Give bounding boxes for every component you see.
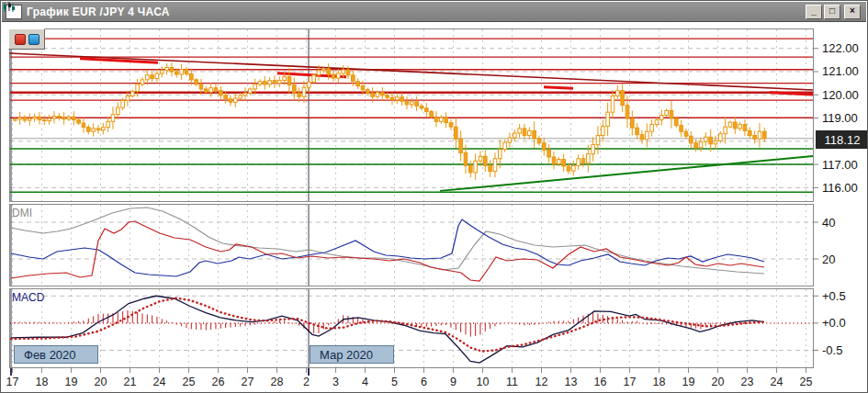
candle-body [621, 91, 625, 106]
candle-body [199, 84, 203, 89]
candle-body [57, 117, 61, 118]
candle-body [537, 139, 541, 143]
month-label-mar: Мар 2020 [310, 345, 394, 364]
time-axis-label: 20 [95, 376, 107, 388]
candle-body [533, 130, 536, 138]
candle-body [376, 93, 379, 97]
maximize-button[interactable]: □ [824, 5, 840, 19]
candle-body [498, 150, 502, 159]
candle-body [62, 118, 66, 119]
time-axis-label: 21 [124, 376, 137, 388]
candle-body [263, 82, 266, 84]
candle-body [283, 77, 287, 81]
price-axis-label: 120.00 [822, 88, 859, 102]
candle-body [155, 73, 159, 79]
candle-body [611, 96, 614, 113]
candle-body [425, 108, 429, 112]
current-price-badge: 118.12 [816, 130, 868, 149]
candle-body [209, 88, 213, 93]
candle-body [121, 101, 125, 108]
candle-body [606, 112, 610, 126]
candle-body [577, 159, 581, 166]
candle-body [175, 72, 178, 74]
candle-body [434, 117, 438, 121]
candle-body [704, 137, 707, 141]
time-axis-label: 19 [65, 376, 78, 388]
candle-body [586, 154, 590, 163]
candle-body [180, 69, 184, 74]
time-axis-label: 18 [36, 376, 49, 388]
candle-body [405, 101, 409, 105]
candle-body [386, 95, 389, 98]
candle-body [229, 99, 232, 103]
minimize-button[interactable]: _ [806, 5, 822, 19]
time-axis-label: 3 [333, 376, 339, 388]
candle-body [489, 165, 492, 171]
candle-body [474, 161, 478, 173]
candle-body [390, 97, 394, 100]
candle-body [254, 84, 257, 89]
candle-body [131, 91, 135, 95]
macd-signal-line [11, 298, 764, 352]
candle-body [655, 120, 659, 125]
candle-body [439, 118, 443, 121]
candle-body [733, 122, 737, 129]
blue-series-button[interactable] [28, 34, 39, 45]
candle-body [302, 87, 306, 96]
candle-body [709, 137, 713, 144]
price-axis-label: 121.00 [822, 64, 859, 78]
macd-panel-label: MACD [12, 291, 44, 304]
candle-body [165, 67, 169, 70]
candle-body [102, 128, 106, 130]
candle-body [430, 111, 434, 117]
candle-body [52, 117, 56, 119]
time-axis-label: 17 [6, 376, 19, 388]
time-axis-label: 10 [477, 376, 490, 388]
price-axis-label: 122.00 [822, 41, 859, 55]
candle-body [18, 118, 22, 119]
candle-body [602, 126, 605, 135]
macd-axis-label: +0.0 [822, 316, 846, 330]
candle-body [724, 127, 727, 134]
candle-body [14, 119, 17, 120]
candle-body [684, 131, 688, 136]
dmi-axis-label: 20 [822, 253, 835, 266]
candle-body [758, 131, 761, 139]
red-series-button[interactable] [15, 34, 26, 45]
candle-body [77, 120, 81, 124]
title-bar[interactable]: График EUR /JPY 4 ЧАСА _ □ × [2, 2, 866, 22]
time-axis-label: 25 [800, 376, 813, 388]
candle-body [728, 122, 732, 127]
candle-body [749, 130, 752, 135]
candle-body [567, 166, 570, 171]
candle-body [337, 73, 341, 78]
close-button[interactable]: × [844, 5, 861, 19]
window-title: График EUR /JPY 4 ЧАСА [27, 6, 170, 18]
candle-body [690, 136, 693, 143]
time-axis-label: 18 [653, 376, 666, 388]
time-axis-label: 23 [741, 376, 754, 388]
candle-body [719, 134, 723, 141]
time-axis-label: 4 [362, 376, 368, 388]
downtrend-line-thick [544, 87, 573, 89]
candle-body [73, 117, 76, 119]
time-axis-label: 6 [421, 376, 427, 388]
time-axis-label: 5 [391, 376, 398, 388]
candle-body [308, 82, 311, 87]
dmi-axis-label: 40 [822, 216, 835, 230]
time-axis-label: 24 [771, 376, 783, 388]
candle-body [249, 89, 253, 93]
time-axis-label: 20 [712, 376, 725, 388]
candle-body [400, 97, 404, 102]
time-axis-label: 2 [303, 376, 310, 388]
candle-body [449, 123, 453, 128]
candle-body [479, 156, 482, 161]
candle-body [464, 152, 468, 165]
time-axis-label: 19 [682, 376, 695, 388]
candle-body [38, 117, 41, 119]
candle-body [327, 69, 331, 74]
candle-body [220, 91, 223, 95]
candle-body [92, 129, 96, 131]
candle-body [694, 143, 698, 148]
candle-body [743, 125, 747, 131]
